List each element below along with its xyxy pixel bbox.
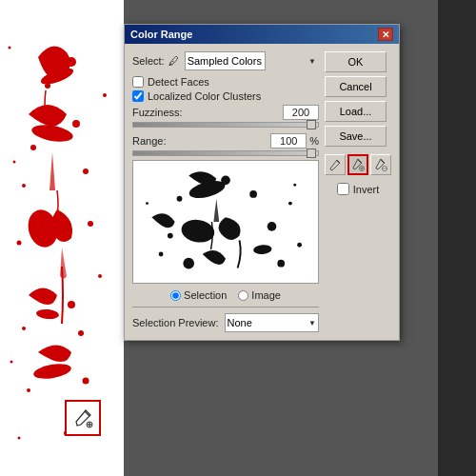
- svg-point-44: [297, 243, 302, 248]
- select-row: Select: 🖊 Sampled Colors: [132, 51, 319, 70]
- eyedropper-small-icon: 🖊: [169, 55, 179, 67]
- splatter-artwork: [0, 0, 124, 476]
- range-label: Range:: [132, 135, 166, 147]
- dialog-titlebar: Color Range ✕: [125, 25, 399, 44]
- svg-point-21: [13, 161, 16, 164]
- range-value-box: 100: [270, 133, 307, 149]
- localized-clusters-checkbox[interactable]: [132, 90, 144, 102]
- svg-point-10: [88, 221, 93, 227]
- dialog-left-panel: Select: 🖊 Sampled Colors Detect Faces Lo…: [132, 51, 319, 332]
- cancel-button[interactable]: Cancel: [325, 76, 387, 97]
- svg-point-34: [177, 196, 183, 202]
- svg-point-6: [30, 145, 36, 150]
- selection-preview-label: Selection Preview:: [132, 317, 219, 328]
- fuzziness-label-row: Fuzziness: 200: [132, 105, 319, 120]
- localized-clusters-row: Localized Color Clusters: [132, 90, 319, 102]
- svg-point-41: [159, 252, 164, 257]
- svg-point-7: [83, 169, 89, 174]
- selection-radio[interactable]: [170, 290, 181, 301]
- eyedropper-plus-icon: [351, 158, 365, 171]
- preview-dropdown-wrapper: None: [225, 313, 320, 332]
- detect-faces-row: Detect Faces: [132, 76, 319, 88]
- svg-point-32: [221, 176, 230, 186]
- range-slider-track[interactable]: [132, 150, 319, 156]
- range-label-row: Range: 100 %: [132, 133, 319, 149]
- eyedropper-minus-icon: [374, 158, 387, 171]
- invert-row: Invert: [325, 183, 391, 195]
- selection-preview-row: Selection Preview: None: [132, 307, 319, 332]
- svg-point-37: [168, 233, 173, 239]
- range-value: 100: [280, 135, 297, 147]
- svg-point-45: [293, 184, 296, 187]
- svg-point-13: [68, 301, 75, 308]
- invert-checkbox[interactable]: [337, 183, 349, 195]
- svg-point-36: [268, 222, 277, 231]
- right-dark-panel: [438, 0, 476, 476]
- svg-point-5: [72, 120, 80, 128]
- radio-row: Selection Image: [132, 289, 319, 301]
- dialog-title: Color Range: [130, 29, 192, 40]
- eyedropper-icon: [328, 158, 342, 171]
- invert-label: Invert: [353, 184, 380, 195]
- fuzziness-value: 200: [292, 107, 309, 118]
- fuzziness-slider-track[interactable]: [132, 122, 319, 128]
- eyedropper-plus-icon: [72, 407, 93, 428]
- svg-point-11: [17, 241, 22, 246]
- svg-point-14: [78, 330, 84, 336]
- fuzziness-section: Fuzziness: 200: [132, 105, 319, 128]
- svg-point-18: [27, 388, 30, 392]
- preview-svg: [133, 161, 318, 283]
- svg-point-23: [10, 361, 13, 364]
- select-dropdown-wrapper: Sampled Colors: [185, 51, 319, 70]
- dialog-right-panel: OK Cancel Load... Save...: [325, 51, 391, 332]
- svg-point-3: [45, 83, 50, 89]
- fuzziness-label: Fuzziness:: [132, 107, 183, 118]
- fuzziness-slider-row: [132, 122, 319, 128]
- range-slider-thumb[interactable]: [307, 149, 316, 158]
- svg-point-17: [83, 378, 89, 385]
- select-label: Select:: [132, 55, 165, 67]
- selection-radio-item: Selection: [170, 289, 227, 301]
- svg-point-39: [277, 260, 285, 268]
- dialog-body: Select: 🖊 Sampled Colors Detect Faces Lo…: [125, 44, 399, 340]
- eyedropper-plus-tool-button[interactable]: [347, 154, 368, 175]
- svg-point-8: [22, 184, 26, 188]
- selection-radio-label: Selection: [184, 289, 227, 301]
- close-button[interactable]: ✕: [378, 28, 393, 41]
- color-range-dialog: Color Range ✕ Select: 🖊 Sampled Colors D…: [124, 24, 400, 341]
- range-value-wrapper: 100 %: [270, 133, 319, 149]
- eyedropper-minus-tool-button[interactable]: [370, 154, 391, 175]
- preview-area: [132, 160, 319, 284]
- load-button[interactable]: Load...: [325, 101, 387, 122]
- detect-faces-checkbox[interactable]: [132, 76, 144, 88]
- ok-button[interactable]: OK: [325, 51, 387, 72]
- image-radio-label: Image: [251, 289, 281, 301]
- bottom-left-eyedropper-icon[interactable]: [65, 400, 101, 436]
- svg-point-15: [22, 327, 26, 330]
- detect-faces-label: Detect Faces: [148, 76, 209, 88]
- svg-point-42: [288, 202, 292, 206]
- save-button[interactable]: Save...: [325, 126, 387, 147]
- fuzziness-value-box: 200: [283, 105, 319, 120]
- select-dropdown[interactable]: Sampled Colors: [185, 51, 266, 70]
- image-radio[interactable]: [238, 290, 248, 301]
- svg-point-22: [98, 274, 102, 278]
- range-slider-row: [132, 150, 319, 156]
- eyedropper-group: [325, 154, 391, 175]
- svg-point-25: [18, 437, 21, 440]
- fuzziness-slider-thumb[interactable]: [307, 120, 316, 129]
- eyedropper-tool-button[interactable]: [325, 154, 346, 175]
- svg-point-43: [146, 202, 149, 205]
- range-unit: %: [309, 135, 319, 147]
- canvas-left-panel: [0, 0, 124, 476]
- preview-select-dropdown[interactable]: None: [225, 313, 320, 332]
- svg-point-38: [183, 258, 194, 269]
- svg-point-33: [249, 190, 257, 198]
- svg-point-20: [103, 93, 107, 97]
- image-radio-item: Image: [238, 289, 281, 301]
- range-section: Range: 100 %: [132, 133, 319, 156]
- svg-point-19: [9, 47, 11, 50]
- localized-clusters-label: Localized Color Clusters: [148, 90, 261, 102]
